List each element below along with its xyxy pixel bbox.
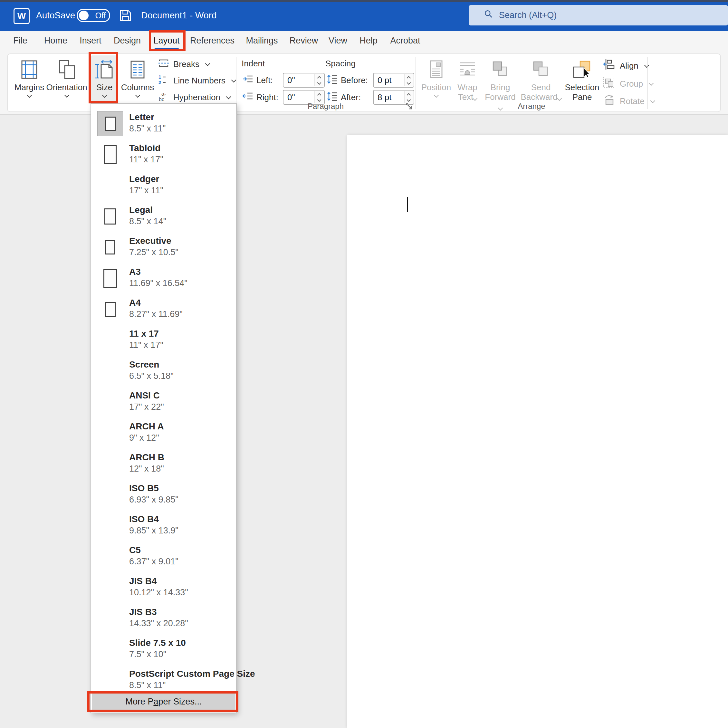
wrap-text-label-2: Text bbox=[458, 92, 474, 102]
indent-left-input[interactable]: 0" bbox=[283, 73, 325, 88]
line-numbers-icon: 12 bbox=[158, 74, 170, 88]
paper-size-name: A4 bbox=[129, 297, 183, 309]
size-option-iso-b5[interactable]: ISO B56.93" x 9.85" bbox=[91, 479, 236, 510]
paragraph-group-label: Paragraph bbox=[236, 102, 416, 111]
size-option-iso-b4[interactable]: ISO B49.85" x 13.9" bbox=[91, 510, 236, 541]
paper-size-icon bbox=[96, 634, 124, 665]
size-option-executive[interactable]: Executive7.25" x 10.5" bbox=[91, 232, 236, 263]
tab-mailings[interactable]: Mailings bbox=[243, 31, 280, 51]
svg-text:a-: a- bbox=[161, 91, 166, 96]
tab-home[interactable]: Home bbox=[41, 31, 70, 51]
spin-down-button[interactable] bbox=[404, 80, 413, 86]
search-input[interactable]: Search (Alt+Q) bbox=[469, 5, 728, 26]
hyphenation-icon: a-bc bbox=[158, 90, 170, 104]
tab-view[interactable]: View bbox=[326, 31, 350, 51]
word-application-window: W AutoSave Off Document1 - Word Search (… bbox=[0, 0, 728, 728]
spin-down-button[interactable] bbox=[314, 80, 323, 86]
chevron-down-icon bbox=[64, 93, 69, 98]
tab-insert[interactable]: Insert bbox=[77, 31, 104, 51]
size-option-slide-7-5-x-10[interactable]: Slide 7.5 x 107.5" x 10" bbox=[91, 634, 236, 665]
size-option-a3[interactable]: A311.69" x 16.54" bbox=[91, 263, 236, 294]
svg-text:1: 1 bbox=[159, 74, 161, 80]
page-icon bbox=[104, 145, 116, 164]
send-backward-button: Send Backward bbox=[520, 55, 561, 110]
tab-acrobat[interactable]: Acrobat bbox=[387, 31, 423, 51]
chevron-down-icon bbox=[102, 93, 107, 98]
save-icon[interactable] bbox=[119, 9, 132, 23]
size-option-screen[interactable]: Screen6.5" x 5.18" bbox=[91, 356, 236, 387]
paper-size-dimensions: 11.69" x 16.54" bbox=[129, 278, 188, 289]
size-option-arch-a[interactable]: ARCH A9" x 12" bbox=[91, 418, 236, 448]
paper-size-icon bbox=[96, 232, 124, 263]
spacing-before-icon bbox=[327, 74, 338, 87]
wrap-text-label-1: Wrap bbox=[457, 83, 477, 92]
breaks-button[interactable]: Breaks bbox=[158, 57, 210, 71]
paper-size-icon bbox=[96, 325, 124, 356]
breaks-label: Breaks bbox=[173, 59, 199, 69]
tab-design[interactable]: Design bbox=[111, 31, 143, 51]
send-backward-label-1: Send bbox=[531, 83, 551, 92]
bring-forward-icon bbox=[483, 58, 517, 81]
tab-help[interactable]: Help bbox=[357, 31, 380, 51]
indent-heading: Indent bbox=[242, 59, 265, 69]
tab-references[interactable]: References bbox=[188, 31, 237, 51]
size-option-11-x-17[interactable]: 11 x 1711" x 17" bbox=[91, 325, 236, 356]
columns-button[interactable]: Columns bbox=[120, 55, 155, 110]
size-option-arch-b[interactable]: ARCH B12" x 18" bbox=[91, 448, 236, 479]
align-label: Align bbox=[620, 61, 638, 71]
chevron-down-icon bbox=[644, 63, 649, 68]
title-bar: W AutoSave Off Document1 - Word Search (… bbox=[0, 0, 728, 31]
svg-text:2: 2 bbox=[159, 80, 161, 85]
paper-size-icon bbox=[96, 510, 124, 541]
tab-file[interactable]: File bbox=[11, 31, 30, 51]
indent-left-label: Left: bbox=[256, 75, 280, 86]
wrap-text-icon bbox=[454, 58, 481, 81]
size-option-ledger[interactable]: Ledger17" x 11" bbox=[91, 170, 236, 201]
paper-size-name: Screen bbox=[129, 359, 174, 370]
size-option-a4[interactable]: A48.27" x 11.69" bbox=[91, 294, 236, 325]
spin-up-button[interactable] bbox=[404, 74, 413, 80]
selection-pane-button[interactable]: Selection Pane bbox=[564, 55, 600, 110]
spacing-before-input[interactable]: 0 pt bbox=[373, 73, 414, 88]
size-option-ansi-c[interactable]: ANSI C17" x 22" bbox=[91, 387, 236, 418]
document-page[interactable] bbox=[347, 135, 728, 728]
tab-review[interactable]: Review bbox=[287, 31, 321, 51]
paper-size-dimensions: 17" x 11" bbox=[129, 185, 163, 196]
orientation-button[interactable]: Orientation bbox=[43, 55, 91, 110]
paper-size-icon bbox=[96, 356, 124, 387]
margins-button[interactable]: Margins bbox=[12, 55, 47, 110]
wrap-text-button: Wrap Text bbox=[454, 55, 481, 110]
group-separator bbox=[236, 57, 236, 109]
autosave-toggle[interactable]: Off bbox=[76, 9, 110, 22]
paper-size-name: Slide 7.5 x 10 bbox=[129, 637, 186, 649]
indent-left-icon bbox=[242, 74, 253, 87]
size-option-jis-b4[interactable]: JIS B410.12" x 14.33" bbox=[91, 572, 236, 603]
spacing-after-value: 8 pt bbox=[378, 92, 392, 102]
tab-layout[interactable]: Layout bbox=[151, 31, 182, 51]
spacing-before-row: Before: 0 pt bbox=[327, 73, 414, 88]
line-numbers-button[interactable]: 12 Line Numbers bbox=[158, 73, 236, 88]
paper-size-dimensions: 6.5" x 5.18" bbox=[129, 370, 174, 381]
indent-right-value: 0" bbox=[288, 92, 295, 102]
align-button[interactable]: Align bbox=[603, 59, 648, 73]
size-option-legal[interactable]: Legal8.5" x 14" bbox=[91, 201, 236, 232]
size-dropdown-menu: More Paper Sizes... Letter8.5" x 11"Tabl… bbox=[90, 103, 237, 713]
size-option-tabloid[interactable]: Tabloid11" x 17" bbox=[91, 139, 236, 170]
spin-up-button[interactable] bbox=[404, 91, 413, 97]
paper-size-name: 11 x 17 bbox=[129, 328, 163, 340]
size-option-postscript-custom-page-size[interactable]: PostScript Custom Page Size8.5" x 11" bbox=[91, 665, 236, 696]
size-icon bbox=[91, 58, 118, 81]
word-app-icon[interactable]: W bbox=[14, 8, 30, 24]
spin-up-button[interactable] bbox=[314, 74, 323, 80]
paper-size-name: PostScript Custom Page Size bbox=[129, 668, 255, 680]
paragraph-dialog-launcher[interactable] bbox=[405, 102, 414, 112]
paper-size-name: JIS B3 bbox=[129, 606, 188, 618]
page-icon bbox=[103, 269, 117, 288]
size-button[interactable]: Size bbox=[91, 55, 118, 110]
size-option-letter[interactable]: Letter8.5" x 11" bbox=[91, 108, 236, 139]
size-option-c5[interactable]: C56.37" x 9.01" bbox=[91, 541, 236, 572]
hyphenation-button[interactable]: a-bc Hyphenation bbox=[158, 90, 230, 104]
spin-up-button[interactable] bbox=[314, 91, 323, 97]
size-option-jis-b3[interactable]: JIS B314.33" x 20.28" bbox=[91, 603, 236, 634]
align-icon bbox=[603, 59, 616, 73]
